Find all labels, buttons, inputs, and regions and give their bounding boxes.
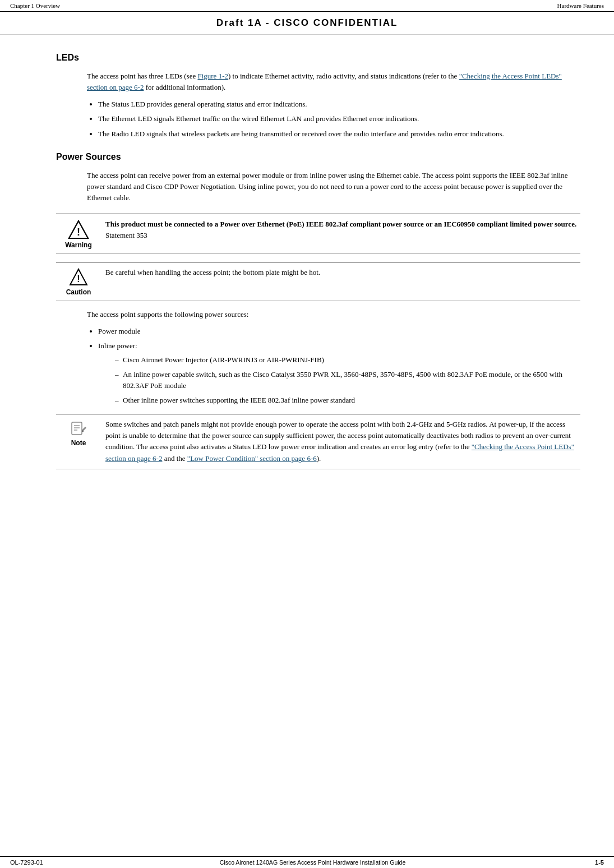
warning-bold-text: This product must be connected to a Powe…	[105, 220, 576, 228]
warning-triangle-icon: !	[68, 220, 89, 240]
footer-left: OL-7293-01	[10, 859, 55, 866]
figure-1-2-link[interactable]: Figure 1-2	[197, 72, 228, 80]
top-bar-left: Chapter 1 Overview	[10, 2, 60, 9]
caution-text: Be careful when handling the access poin…	[105, 268, 320, 276]
top-bar: Chapter 1 Overview Hardware Features	[0, 0, 614, 12]
power-sources-bullet-1: Power module	[98, 326, 580, 337]
caution-label: Caution	[66, 288, 91, 296]
page-title-banner: Draft 1A - CISCO CONFIDENTIAL	[0, 12, 614, 35]
svg-text:!: !	[77, 274, 80, 284]
content-area: LEDs The access point has three LEDs (se…	[0, 35, 614, 503]
note-link-2[interactable]: "Low Power Condition" section on page 6-…	[187, 454, 317, 463]
top-bar-right: Hardware Features	[557, 2, 604, 9]
power-sources-intro: The access point can receive power from …	[87, 170, 580, 204]
warning-content: This product must be connected to a Powe…	[101, 219, 580, 241]
dash-item-1: Cisco Aironet Power Injector (AIR-PWRINJ…	[115, 354, 580, 366]
note-pencil-icon	[70, 420, 87, 438]
svg-rect-4	[72, 422, 82, 435]
power-sources-heading: Power Sources	[56, 152, 580, 162]
leds-section-link[interactable]: "Checking the Access Point LEDs" section…	[87, 72, 562, 91]
note-link-1[interactable]: "Checking the Access Point LEDs" section…	[105, 442, 574, 462]
power-sources-bullet-2: Inline power: Cisco Aironet Power Inject…	[98, 340, 580, 406]
caution-block: ! Caution Be careful when handling the a…	[56, 262, 580, 301]
leds-bullet-1: The Status LED provides general operatin…	[98, 99, 580, 110]
leds-bullet-list: The Status LED provides general operatin…	[98, 99, 580, 139]
svg-text:!: !	[77, 227, 80, 238]
warning-block: ! Warning This product must be connected…	[56, 214, 580, 254]
note-content: Some switches and patch panels might not…	[101, 419, 580, 464]
footer-center: Cisco Aironet 1240AG Series Access Point…	[55, 859, 570, 866]
note-icon-col: Note	[56, 419, 101, 447]
power-sources-bullet-list: Power module Inline power: Cisco Aironet…	[98, 326, 580, 406]
warning-icon-col: ! Warning	[56, 219, 101, 249]
leds-heading: LEDs	[56, 53, 580, 63]
warning-normal-text: Statement 353	[105, 231, 147, 239]
leds-bullet-3: The Radio LED signals that wireless pack…	[98, 128, 580, 140]
supports-text: The access point supports the following …	[87, 309, 580, 320]
caution-icon-col: ! Caution	[56, 267, 101, 296]
caution-content: Be careful when handling the access poin…	[101, 267, 580, 278]
dash-list: Cisco Aironet Power Injector (AIR-PWRINJ…	[115, 354, 580, 407]
warning-label: Warning	[65, 241, 92, 249]
dash-item-2: An inline power capable switch, such as …	[115, 369, 580, 391]
leds-intro: The access point has three LEDs (see Fig…	[87, 71, 580, 93]
footer: OL-7293-01 Cisco Aironet 1240AG Series A…	[0, 856, 614, 868]
leds-bullet-2: The Ethernet LED signals Ethernet traffi…	[98, 113, 580, 124]
footer-right: 1-5	[570, 859, 604, 866]
note-block: Note Some switches and patch panels migh…	[56, 414, 580, 469]
caution-triangle-icon: !	[69, 268, 88, 287]
dash-item-3: Other inline power switches supporting t…	[115, 395, 580, 406]
note-label: Note	[71, 439, 86, 447]
page-title: Draft 1A - CISCO CONFIDENTIAL	[216, 17, 398, 28]
